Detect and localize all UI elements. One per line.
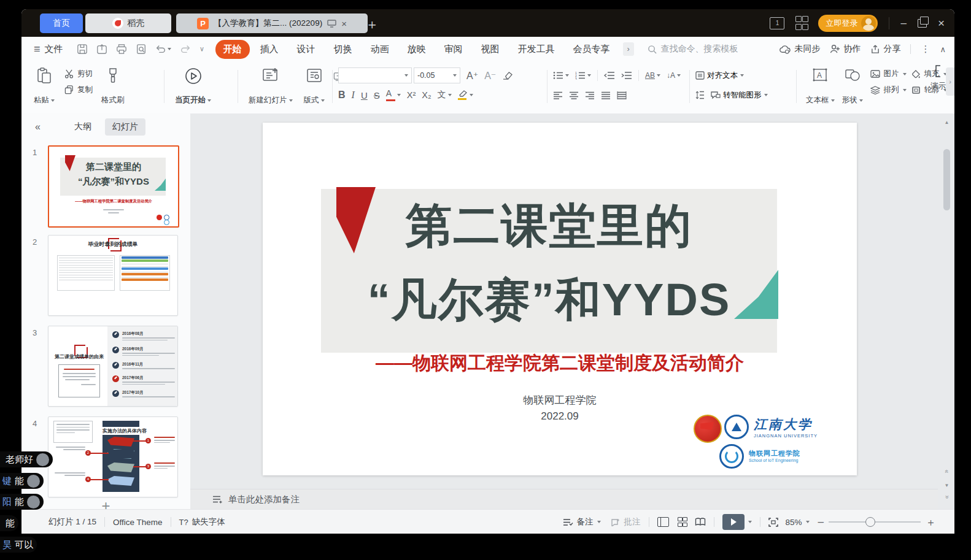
scroll-down-icon[interactable]: ▼ bbox=[943, 483, 951, 488]
phonetic-guide-button[interactable]: 文 bbox=[438, 90, 452, 101]
shapes-button[interactable]: 形状 bbox=[838, 66, 867, 107]
copy-button[interactable]: 复制 bbox=[64, 85, 93, 95]
slide-canvas[interactable]: 第二课堂里的 “凡尔赛”和YYDS ——物联网工程学院第二课堂制度及活动简介 物… bbox=[190, 113, 954, 509]
zoom-slider[interactable] bbox=[829, 521, 921, 523]
reading-view-icon[interactable] bbox=[695, 518, 706, 526]
numbered-list-button[interactable]: 123 bbox=[575, 71, 591, 80]
tab-member[interactable]: 会员专享 bbox=[565, 40, 618, 59]
scrollbar-thumb[interactable] bbox=[943, 149, 950, 210]
fit-slide-icon[interactable] bbox=[768, 518, 778, 527]
cut-button[interactable]: 剪切 bbox=[64, 69, 93, 79]
tab-slides[interactable]: 幻灯片 bbox=[105, 118, 145, 136]
textbox-button[interactable]: A 文本框 bbox=[802, 66, 838, 107]
previous-slide-icon[interactable]: « bbox=[943, 467, 950, 475]
subscript-icon[interactable]: X₂ bbox=[422, 90, 431, 100]
tab-home[interactable]: 首页 bbox=[40, 13, 83, 33]
sync-status[interactable]: 未同步 bbox=[780, 44, 820, 55]
app-grid-icon[interactable] bbox=[795, 16, 807, 30]
font-color-button[interactable]: A bbox=[386, 90, 401, 101]
minimize-icon[interactable]: – bbox=[900, 17, 906, 29]
screen-share-icon[interactable] bbox=[327, 20, 336, 28]
zoom-out-icon[interactable]: – bbox=[818, 516, 824, 528]
tab-devtools[interactable]: 开发工具 bbox=[510, 40, 563, 59]
bullet-list-button[interactable] bbox=[553, 71, 569, 80]
collaborate-button[interactable]: 协作 bbox=[830, 44, 861, 55]
command-search[interactable]: 查找命令、搜索模板 bbox=[648, 44, 738, 55]
present-panel-button[interactable]: 演示 bbox=[930, 65, 946, 91]
underline-icon[interactable]: U bbox=[361, 90, 368, 101]
tab-view[interactable]: 视图 bbox=[473, 40, 508, 59]
font-size-combo[interactable]: -0.05 bbox=[414, 67, 460, 83]
picture-button[interactable]: 图片 bbox=[870, 69, 907, 79]
highlight-button[interactable] bbox=[458, 90, 473, 100]
login-button[interactable]: 立即登录 bbox=[818, 15, 878, 32]
slide-thumbnail-3[interactable]: 第二课堂成绩单的由来 2016年08月 2016年09月 2016年11月 20… bbox=[48, 326, 178, 407]
save-icon[interactable] bbox=[77, 44, 88, 55]
notes-toggle[interactable]: 备注 bbox=[563, 516, 601, 527]
tab-document[interactable]: P 【入学教育】第二... (202209) × bbox=[176, 13, 368, 33]
missing-font-warning[interactable]: T? 缺失字体 bbox=[179, 516, 225, 527]
align-center-icon[interactable] bbox=[569, 91, 579, 99]
theme-name[interactable]: Office Theme bbox=[113, 518, 163, 527]
zoom-slider-knob[interactable] bbox=[865, 517, 875, 527]
superscript-icon[interactable]: X² bbox=[407, 90, 416, 100]
slide-subtitle[interactable]: ——物联网工程学院第二课堂制度及活动简介 bbox=[263, 351, 857, 376]
tab-outline[interactable]: 大纲 bbox=[67, 118, 99, 136]
notes-bar[interactable]: 单击此处添加备注 bbox=[190, 489, 938, 509]
collapse-ribbon-icon[interactable]: ∧ bbox=[940, 45, 946, 54]
slide-thumbnail-1[interactable]: 第二课堂里的 “凡尔赛”和YYDS ——物联网工程学院第二课堂制度及活动简介 bbox=[48, 145, 179, 228]
print-preview-icon[interactable] bbox=[136, 44, 147, 55]
next-slide-icon[interactable]: « bbox=[943, 493, 950, 501]
strikethrough-icon[interactable]: S bbox=[374, 90, 380, 101]
slide-thumbnail-2[interactable]: 毕业时拿到的成绩单 bbox=[48, 235, 178, 316]
tab-insert[interactable]: 插入 bbox=[252, 40, 287, 59]
slide-layout-button[interactable]: 版式 bbox=[300, 66, 328, 107]
close-window-icon[interactable]: × bbox=[938, 17, 945, 30]
increase-indent-icon[interactable] bbox=[621, 71, 632, 80]
smart-art-button[interactable]: 转智能图形 bbox=[711, 90, 768, 101]
zoom-level[interactable]: 85% bbox=[786, 518, 810, 527]
slide-sorter-icon[interactable] bbox=[678, 517, 686, 527]
tab-start[interactable]: 开始 bbox=[215, 40, 250, 59]
align-right-icon[interactable] bbox=[585, 91, 595, 99]
vertical-scrollbar[interactable]: ▲ ▼ « « bbox=[943, 120, 951, 500]
undo-icon[interactable] bbox=[155, 44, 166, 55]
redo-icon[interactable] bbox=[180, 44, 191, 55]
play-options-caret[interactable] bbox=[748, 521, 752, 523]
italic-icon[interactable]: I bbox=[352, 90, 355, 101]
justify-icon[interactable] bbox=[601, 91, 611, 99]
more-options-icon[interactable]: ⋮ bbox=[921, 44, 930, 55]
text-direction-button[interactable]: AB bbox=[645, 71, 660, 80]
decrease-indent-icon[interactable] bbox=[604, 71, 615, 80]
undo-caret-icon[interactable] bbox=[168, 48, 171, 50]
slide-title-line2[interactable]: “凡尔赛”和YYDS bbox=[321, 270, 777, 331]
align-text-button[interactable]: 对齐文本 bbox=[695, 71, 744, 81]
normal-view-icon[interactable] bbox=[657, 517, 669, 527]
scroll-up-icon[interactable]: ▲ bbox=[943, 120, 951, 125]
zoom-in-icon[interactable]: ＋ bbox=[926, 515, 936, 529]
tab-transition[interactable]: 切换 bbox=[326, 40, 360, 59]
arrange-button[interactable]: 排列 bbox=[870, 85, 907, 95]
increase-font-icon[interactable]: A⁺ bbox=[466, 70, 478, 82]
more-tabs-icon[interactable]: › bbox=[623, 42, 634, 56]
tab-design[interactable]: 设计 bbox=[289, 40, 323, 59]
distribute-icon[interactable] bbox=[617, 91, 627, 99]
paste-button[interactable]: 粘贴 bbox=[30, 66, 58, 107]
slide-title-line1[interactable]: 第二课堂里的 bbox=[321, 195, 777, 258]
customize-quickbar-icon[interactable]: ∧ bbox=[199, 45, 204, 53]
bold-icon[interactable]: B bbox=[338, 90, 346, 101]
slide-thumbnail-4[interactable]: 实施办法的具体内容 1 2 3 4 bbox=[48, 416, 178, 497]
align-left-icon[interactable] bbox=[553, 91, 563, 99]
expand-panel-icon[interactable]: › bbox=[946, 67, 954, 96]
file-menu[interactable]: ≡ 文件 bbox=[34, 43, 63, 56]
collapse-panel-icon[interactable]: « bbox=[35, 121, 41, 132]
restore-window-icon[interactable] bbox=[918, 19, 927, 28]
output-icon[interactable] bbox=[96, 44, 107, 55]
clear-format-icon[interactable] bbox=[502, 71, 513, 80]
format-painter-button[interactable]: 格式刷 bbox=[98, 66, 128, 107]
play-from-current-button[interactable]: 当页开始 bbox=[171, 66, 215, 107]
decrease-font-icon[interactable]: A⁻ bbox=[484, 70, 496, 82]
tab-slideshow[interactable]: 放映 bbox=[400, 40, 434, 59]
text-orientation-button[interactable]: ↓A bbox=[667, 71, 681, 80]
line-spacing-icon[interactable] bbox=[695, 91, 705, 99]
